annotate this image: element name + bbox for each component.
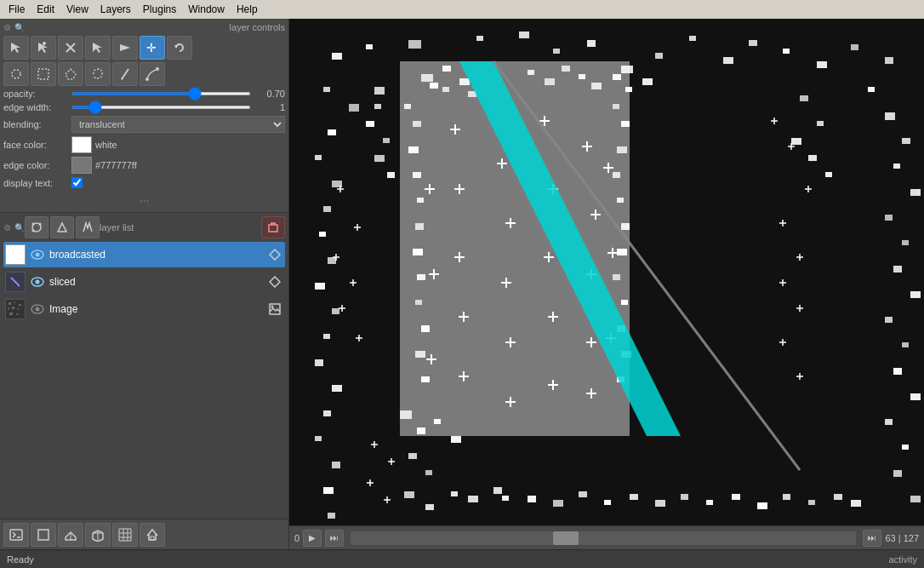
menu-help[interactable]: Help <box>231 2 263 17</box>
edge-width-slider[interactable] <box>71 106 251 109</box>
svg-marker-28 <box>270 250 280 260</box>
layer-item-image[interactable]: Image <box>3 296 285 322</box>
layer-list-panel: ⚙ 🔍 layer list <box>0 213 288 519</box>
layer-new-shapes-btn[interactable] <box>50 216 74 238</box>
tool-row-2 <box>3 62 285 86</box>
layer-type-icon-image <box>266 301 283 318</box>
layer-eye-image[interactable] <box>29 301 46 318</box>
layer-controls-label: layer controls <box>230 22 285 32</box>
layer-name-image: Image <box>49 303 266 315</box>
svg-line-14 <box>121 78 123 80</box>
layer-name-sliced: sliced <box>49 276 266 288</box>
svg-point-42 <box>31 305 43 313</box>
svg-rect-11 <box>38 69 48 79</box>
layer-new-labels-btn[interactable] <box>76 216 100 238</box>
tool-move[interactable]: ✛ <box>140 36 165 60</box>
svg-rect-36 <box>19 304 21 306</box>
menu-window[interactable]: Window <box>183 2 230 17</box>
edge-color-swatch[interactable] <box>71 157 92 174</box>
svg-rect-37 <box>8 307 9 310</box>
opacity-slider[interactable] <box>71 92 251 95</box>
play-btn[interactable]: ▶ <box>303 530 322 547</box>
layer-thumb-sliced <box>5 272 26 292</box>
svg-rect-39 <box>17 308 19 310</box>
scrubber[interactable] <box>351 531 856 545</box>
svg-rect-44 <box>270 304 280 314</box>
layer-eye-broadcasted[interactable] <box>29 246 46 263</box>
left-panel: ⚙ 🔍 layer controls <box>0 19 289 549</box>
scrubber-thumb[interactable] <box>553 531 579 545</box>
menu-view[interactable]: View <box>61 2 94 17</box>
menu-file[interactable]: File <box>3 2 30 17</box>
svg-marker-0 <box>11 43 20 53</box>
tool-lasso[interactable] <box>85 62 111 86</box>
tool-delete[interactable] <box>58 36 83 60</box>
layer-new-points-btn[interactable] <box>25 216 48 238</box>
tool-arrow[interactable] <box>85 36 111 60</box>
svg-marker-9 <box>174 45 178 49</box>
svg-rect-35 <box>14 301 15 303</box>
step-btn[interactable]: ⏭ <box>325 530 344 547</box>
tool-home[interactable] <box>140 523 165 547</box>
layer-item-sliced[interactable]: sliced <box>3 269 285 295</box>
main-area: ⚙ 🔍 layer controls <box>0 19 924 549</box>
layer-item-broadcasted[interactable]: broadcasted <box>3 242 285 267</box>
svg-rect-41 <box>16 313 19 315</box>
layer-eye-sliced[interactable] <box>29 273 46 290</box>
face-color-row: face color: white <box>3 136 285 153</box>
layer-name-broadcasted: broadcasted <box>49 249 266 261</box>
menu-plugins[interactable]: Plugins <box>138 2 181 17</box>
tool-3d-box[interactable] <box>58 523 83 547</box>
svg-point-15 <box>145 77 149 81</box>
svg-rect-34 <box>9 302 11 305</box>
tool-grid[interactable] <box>112 523 138 547</box>
layer-list-header: ⚙ 🔍 layer list <box>3 216 285 238</box>
edge-width-label: edge width: <box>3 102 71 112</box>
face-color-swatch[interactable] <box>71 136 92 153</box>
tool-pencil[interactable] <box>112 62 138 86</box>
tool-square[interactable] <box>31 523 56 547</box>
tool-poly-sel[interactable] <box>58 62 83 86</box>
activity-text: activity <box>888 554 917 565</box>
opacity-label: opacity: <box>3 89 71 99</box>
svg-point-27 <box>36 253 40 257</box>
tool-terminal[interactable] <box>3 523 29 547</box>
svg-marker-6 <box>93 43 102 53</box>
blending-row: blending: translucent normal multiply sc… <box>3 116 285 133</box>
blending-label: blending: <box>3 119 71 129</box>
tool-select[interactable] <box>3 36 29 60</box>
end-btn[interactable]: ⏭ <box>863 530 881 547</box>
menu-edit[interactable]: Edit <box>31 2 60 17</box>
tool-box-open[interactable] <box>85 523 111 547</box>
tool-ellipse-sel[interactable] <box>3 62 29 86</box>
display-text-checkbox[interactable] <box>71 177 83 188</box>
layer-thumb-image <box>5 299 26 319</box>
tool-path[interactable] <box>140 62 165 86</box>
edge-width-value: 1 <box>251 102 285 112</box>
tool-row-1: ✛ <box>3 36 285 60</box>
menu-layers[interactable]: Layers <box>95 2 136 17</box>
tool-rect-sel[interactable] <box>31 62 56 86</box>
layer-controls-header: ⚙ 🔍 layer controls <box>3 22 285 32</box>
svg-marker-32 <box>270 277 280 287</box>
layer-type-icon-sliced <box>266 273 283 290</box>
edge-width-row: edge width: 1 <box>3 102 285 112</box>
tool-add[interactable] <box>31 36 56 60</box>
svg-line-4 <box>66 43 75 52</box>
opacity-value: 0.70 <box>251 89 285 99</box>
svg-point-16 <box>156 67 159 71</box>
layer-list-tools <box>25 216 100 238</box>
svg-point-30 <box>31 278 43 286</box>
tool-rotate[interactable] <box>167 36 192 60</box>
tool-arrow2[interactable] <box>112 36 138 60</box>
edge-color-row: edge color: #777777ff <box>3 157 285 174</box>
svg-point-26 <box>31 250 43 259</box>
svg-point-18 <box>32 223 35 226</box>
blending-select[interactable]: translucent normal multiply screen <box>71 116 285 133</box>
canvas-content[interactable] <box>289 19 924 525</box>
layer-delete-btn[interactable] <box>261 216 285 238</box>
frame-count: 63 | 127 <box>885 533 919 543</box>
menubar: File Edit View Layers Plugins Window Hel… <box>0 0 924 19</box>
main-canvas[interactable] <box>289 19 924 525</box>
svg-rect-40 <box>9 313 13 315</box>
